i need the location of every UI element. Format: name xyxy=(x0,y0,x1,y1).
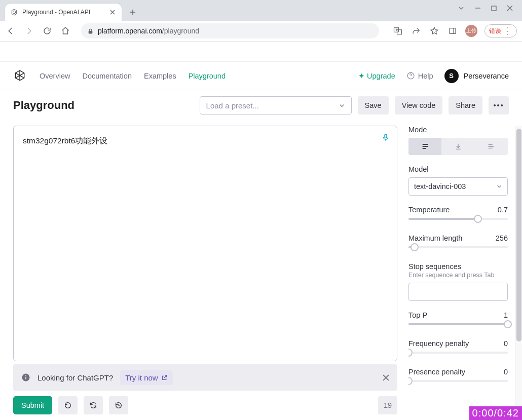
temperature-section: Temperature 0.7 xyxy=(408,206,508,224)
svg-rect-8 xyxy=(25,377,26,379)
pres-value: 0 xyxy=(504,368,508,376)
try-it-link[interactable]: Try it now xyxy=(120,370,172,385)
model-label: Model xyxy=(408,165,508,173)
address-bar[interactable]: platform.openai.com/playground xyxy=(81,23,379,39)
mode-complete-button[interactable] xyxy=(408,138,441,155)
user-menu[interactable]: S Perseverance xyxy=(444,69,509,83)
submit-button[interactable]: Submit xyxy=(13,396,52,414)
chevron-down-icon xyxy=(339,102,345,109)
banner-text: Looking for ChatGPT? xyxy=(38,373,113,382)
maximize-icon[interactable] xyxy=(491,6,497,11)
chatgpt-banner: Looking for ChatGPT? Try it now xyxy=(13,364,397,391)
stop-input[interactable] xyxy=(408,283,508,301)
temperature-label: Temperature xyxy=(408,206,450,214)
maxlen-value: 256 xyxy=(496,234,508,242)
ellipsis-icon: ••• xyxy=(493,101,504,109)
reload-icon[interactable] xyxy=(42,25,53,36)
nav-examples[interactable]: Examples xyxy=(144,72,176,80)
browser-titlebar: Playground - OpenAI API xyxy=(0,0,522,21)
openai-logo-icon[interactable] xyxy=(13,69,27,83)
freq-section: Frequency penalty 0 xyxy=(408,339,508,358)
chevron-down-icon[interactable] xyxy=(458,5,465,12)
preset-select[interactable]: Load a preset... xyxy=(200,96,352,114)
svg-rect-6 xyxy=(385,134,387,138)
upgrade-label: Upgrade xyxy=(367,72,395,80)
share-out-icon[interactable] xyxy=(411,25,422,36)
star-icon[interactable] xyxy=(429,25,440,36)
lightning-icon: ✦ xyxy=(358,72,365,80)
profile-avatar[interactable]: 上传 xyxy=(465,25,477,37)
topp-section: Top P 1 xyxy=(408,311,508,329)
sidepanel-icon[interactable] xyxy=(447,25,458,36)
close-window-icon[interactable] xyxy=(507,5,513,11)
maxlen-label: Maximum length xyxy=(408,234,462,242)
stop-hint: Enter sequence and press Tab xyxy=(408,272,508,279)
new-tab-button[interactable] xyxy=(126,5,140,19)
save-button[interactable]: Save xyxy=(358,96,389,114)
prompt-text: stm32g072rbt6功能外设 xyxy=(23,136,107,145)
pres-section: Presence penalty 0 xyxy=(408,368,508,386)
topp-slider[interactable] xyxy=(408,319,508,329)
nav-documentation[interactable]: Documentation xyxy=(82,72,132,80)
user-initial-badge: S xyxy=(444,69,459,83)
nav-overview[interactable]: Overview xyxy=(40,72,70,80)
svg-rect-2 xyxy=(89,30,93,33)
settings-panel: Mode Model text-davinci-003 Temperature … xyxy=(408,126,515,420)
url-path: /playground xyxy=(162,27,199,35)
svg-rect-1 xyxy=(492,6,496,11)
topp-label: Top P xyxy=(408,311,427,319)
scrollbar-thumb[interactable] xyxy=(516,129,521,341)
url-host: platform.openai.com xyxy=(98,27,162,35)
model-value: text-davinci-003 xyxy=(414,182,466,190)
view-code-button[interactable]: View code xyxy=(395,96,443,114)
translate-icon[interactable] xyxy=(392,25,403,36)
token-count: 19 xyxy=(378,396,397,414)
info-icon xyxy=(21,373,30,382)
minimize-icon[interactable] xyxy=(475,5,481,11)
window-controls xyxy=(449,0,522,16)
editor-footer: Submit 19 xyxy=(13,391,397,420)
prompt-editor[interactable]: stm32g072rbt6功能外设 xyxy=(13,126,397,361)
page-title: Playground xyxy=(13,99,74,112)
temperature-slider[interactable] xyxy=(408,214,508,224)
external-link-icon xyxy=(161,374,168,381)
error-pill[interactable]: 错误 ⋮ xyxy=(484,24,517,37)
help-link[interactable]: Help xyxy=(406,71,433,80)
banner-close-icon[interactable] xyxy=(383,374,389,381)
forward-icon xyxy=(23,25,34,36)
more-button[interactable]: ••• xyxy=(489,96,509,114)
browser-tab[interactable]: Playground - OpenAI API xyxy=(5,4,122,21)
maxlen-slider[interactable] xyxy=(408,242,508,252)
pres-label: Presence penalty xyxy=(408,368,465,376)
more-icon: ⋮ xyxy=(503,25,512,36)
preset-placeholder: Load a preset... xyxy=(206,101,259,110)
extension-area: 上传 错误 ⋮ xyxy=(392,24,517,37)
history-button[interactable] xyxy=(109,396,128,414)
svg-rect-4 xyxy=(450,28,456,34)
nav-playground[interactable]: Playground xyxy=(189,72,226,80)
help-icon xyxy=(406,71,415,80)
close-icon[interactable] xyxy=(108,8,117,16)
mode-label: Mode xyxy=(408,126,508,134)
pres-slider[interactable] xyxy=(408,376,508,386)
maxlen-section: Maximum length 256 xyxy=(408,234,508,252)
vertical-scrollbar[interactable] xyxy=(515,126,522,420)
mode-edit-button[interactable] xyxy=(475,138,508,155)
freq-label: Frequency penalty xyxy=(408,339,469,348)
editor-column: stm32g072rbt6功能外设 Looking for ChatGPT? T… xyxy=(13,126,408,420)
content-area: stm32g072rbt6功能外设 Looking for ChatGPT? T… xyxy=(0,121,522,420)
bookmarks-spacer xyxy=(0,42,522,62)
home-icon[interactable] xyxy=(60,25,71,36)
freq-slider[interactable] xyxy=(408,348,508,358)
topp-value: 1 xyxy=(504,311,508,319)
mode-section: Mode xyxy=(408,126,508,155)
undo-button[interactable] xyxy=(58,396,78,414)
mode-insert-button[interactable] xyxy=(441,138,474,155)
regenerate-button[interactable] xyxy=(84,396,103,414)
microphone-icon[interactable] xyxy=(382,132,390,142)
tab-title: Playground - OpenAI API xyxy=(22,9,108,16)
back-icon[interactable] xyxy=(5,25,16,36)
upgrade-link[interactable]: ✦ Upgrade xyxy=(358,72,395,80)
share-button[interactable]: Share xyxy=(449,96,482,114)
model-select[interactable]: text-davinci-003 xyxy=(408,177,508,196)
